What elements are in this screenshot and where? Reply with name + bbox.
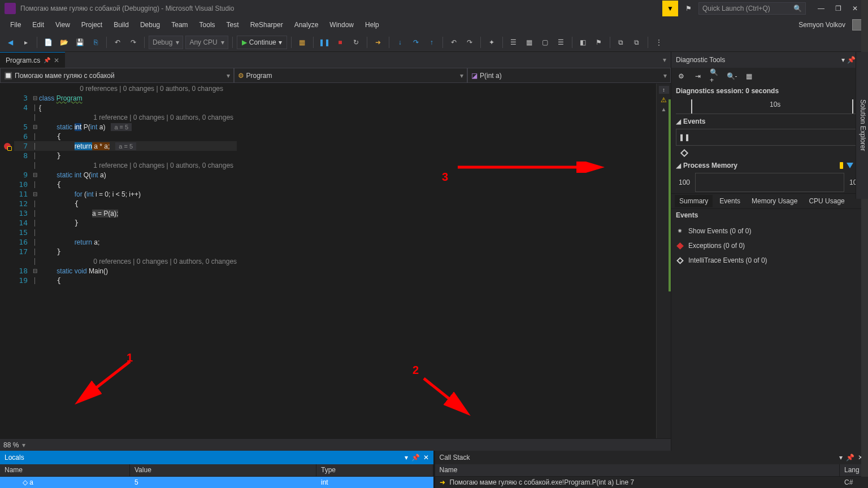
menu-team[interactable]: Team [166, 19, 193, 31]
procmem-section-header[interactable]: ◢ Process Memory [671, 159, 868, 172]
tab-overflow-icon[interactable]: ▾ [658, 56, 671, 64]
tool-button-5[interactable]: ☰ [554, 36, 568, 49]
menu-analyze[interactable]: Analyze [289, 19, 324, 31]
menu-help[interactable]: Help [359, 19, 385, 31]
nav-fwd-button[interactable]: ▸ [19, 36, 33, 49]
tool-button-1[interactable]: ✦ [485, 36, 498, 49]
new-project-button[interactable]: 📄 [41, 36, 55, 49]
menu-file[interactable]: File [5, 19, 27, 31]
user-name[interactable]: Semyon Volkov [794, 19, 850, 31]
callstack-grid[interactable]: ➜Помогаю маме гуляю с собакой.exe!Progra… [435, 477, 869, 488]
panel-menu-icon[interactable]: ▾ [841, 56, 845, 64]
zoom-level[interactable]: 88 % [3, 441, 19, 449]
maximize-button[interactable]: ❐ [830, 0, 847, 17]
menu-project[interactable]: Project [76, 19, 108, 31]
config-combo[interactable]: Debug▾ [149, 36, 183, 49]
menu-edit[interactable]: Edit [27, 19, 50, 31]
step-out-button[interactable]: ↑ [425, 36, 439, 49]
back-history-button[interactable]: ↶ [447, 36, 461, 49]
panel-pin-icon[interactable]: 📌 [846, 454, 854, 461]
scroll-top-icon[interactable]: ▲ [661, 106, 667, 112]
close-tab-icon[interactable]: ✕ [54, 56, 59, 64]
locals-row[interactable]: ◇ a 5 int [0, 477, 433, 488]
callstack-row[interactable]: ➜Помогаю маме гуляю с собакой.exe!Progra… [435, 477, 869, 488]
redo-button[interactable]: ↷ [127, 36, 140, 49]
locals-grid[interactable]: ◇ a 5 int [0, 477, 433, 488]
tool-button-4[interactable]: ▢ [539, 36, 552, 49]
panel-pin-icon[interactable]: 📌 [411, 454, 420, 461]
breakpoint-icon[interactable] [4, 143, 11, 150]
panel-close-icon[interactable]: ✕ [423, 454, 429, 461]
zoom-in-icon[interactable]: 🔍+ [710, 71, 720, 81]
feedback-icon[interactable]: ⚑ [680, 1, 696, 16]
callstack-header[interactable]: Call Stack ▾📌✕ [435, 451, 869, 464]
solution-explorer-tab[interactable]: Solution Explorer [856, 52, 868, 199]
event-show-events[interactable]: ⁕Show Events (0 of 0) [676, 224, 863, 238]
open-file-button[interactable]: 📂 [57, 36, 71, 49]
menu-window[interactable]: Window [324, 19, 359, 31]
tool-button-3[interactable]: ▦ [523, 36, 536, 49]
restart-button[interactable]: ↻ [349, 36, 363, 49]
panel-pin-icon[interactable]: 📌 [847, 56, 856, 64]
bookmark-icon[interactable]: ◧ [576, 36, 590, 49]
document-tabs: Program.cs 📌 ✕ ▾ [0, 52, 671, 68]
comment-button[interactable]: ⧉ [614, 36, 628, 49]
diag-tab-cpu[interactable]: CPU Usage [804, 195, 849, 207]
settings-icon[interactable]: ⚙ [676, 71, 686, 81]
nav-back-button[interactable]: ◀ [3, 36, 17, 49]
warning-icon: ⚠ [661, 96, 667, 104]
menu-test[interactable]: Test [221, 19, 245, 31]
mem-left-label: 100 [676, 178, 693, 186]
file-tab-program[interactable]: Program.cs 📌 ✕ [0, 52, 65, 68]
menu-resharper[interactable]: ReSharper [245, 19, 289, 31]
step-over-button[interactable]: ↷ [409, 36, 423, 49]
save-button[interactable]: 💾 [73, 36, 86, 49]
minimize-button[interactable]: — [813, 0, 830, 17]
menu-view[interactable]: View [50, 19, 76, 31]
split-button[interactable]: ↕ [659, 86, 669, 94]
col-name[interactable]: Name [435, 464, 840, 476]
event-intellitrace[interactable]: IntelliTrace Events (0 of 0) [676, 253, 863, 268]
nav-member-combo[interactable]: ◪P(int a)▾ [467, 68, 671, 83]
events-chart: ❚❚ [676, 129, 863, 146]
platform-combo[interactable]: Any CPU▾ [185, 36, 228, 49]
diag-tab-summary[interactable]: Summary [675, 195, 713, 207]
toolbar-overflow-icon[interactable]: ⋮ [652, 36, 666, 49]
stop-button[interactable]: ■ [333, 36, 347, 49]
diagnostic-title: Diagnostic Tools [676, 56, 725, 64]
show-next-statement-button[interactable]: ➜ [371, 36, 385, 49]
locals-header[interactable]: Locals ▾📌✕ [0, 451, 433, 464]
col-name[interactable]: Name [0, 464, 130, 476]
col-value[interactable]: Value [130, 464, 316, 476]
pin-icon[interactable]: 📌 [44, 57, 50, 63]
events-section-header[interactable]: ◢ Events [671, 115, 868, 128]
reset-view-icon[interactable]: ▦ [744, 71, 754, 81]
panel-menu-icon[interactable]: ▾ [839, 454, 843, 461]
process-button[interactable]: ▦ [296, 36, 309, 49]
fwd-history-button[interactable]: ↷ [463, 36, 476, 49]
nav-namespace-combo[interactable]: 🔲Помогаю маме гуляю с собакой▾ [0, 68, 234, 83]
menu-tools[interactable]: Tools [194, 19, 221, 31]
zoom-out-icon[interactable]: 🔍- [727, 71, 737, 81]
notifications-filter-button[interactable]: ▼ [662, 1, 678, 16]
select-tools-icon[interactable]: ⇥ [693, 71, 703, 81]
flag-icon[interactable]: ⚑ [592, 36, 606, 49]
pause-button[interactable]: ❚❚ [318, 36, 331, 49]
tool-button-2[interactable]: ☰ [507, 36, 520, 49]
svg-line-3 [424, 378, 466, 412]
undo-button[interactable]: ↶ [111, 36, 124, 49]
diag-tab-events[interactable]: Events [715, 195, 745, 207]
uncomment-button[interactable]: ⧉ [630, 36, 644, 49]
continue-button[interactable]: ▶Continue▾ [237, 36, 287, 49]
col-type[interactable]: Type [316, 464, 433, 476]
panel-menu-icon[interactable]: ▾ [405, 454, 408, 461]
menu-debug[interactable]: Debug [134, 19, 166, 31]
save-all-button[interactable]: ⎘ [89, 36, 102, 49]
quick-launch-input[interactable]: Quick Launch (Ctrl+Q) 🔍 [698, 2, 806, 15]
timeline[interactable]: 10s [676, 98, 863, 114]
event-exceptions[interactable]: Exceptions (0 of 0) [676, 238, 863, 253]
step-into-button[interactable]: ↓ [393, 36, 407, 49]
menu-build[interactable]: Build [108, 19, 134, 31]
nav-class-combo[interactable]: ⚙Program▾ [234, 68, 468, 83]
diag-tab-memory[interactable]: Memory Usage [747, 195, 802, 207]
